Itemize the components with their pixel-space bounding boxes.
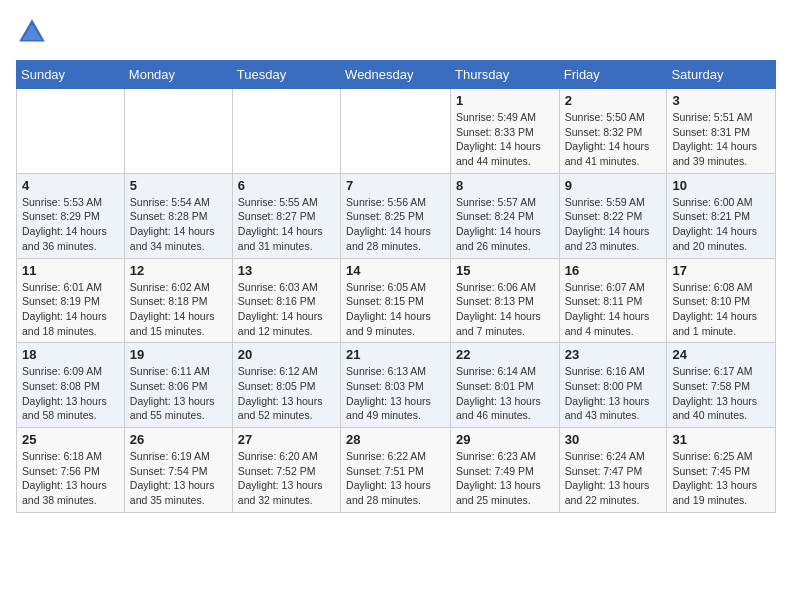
day-detail: Sunrise: 6:06 AMSunset: 8:13 PMDaylight:…	[456, 280, 554, 339]
day-number: 25	[22, 432, 119, 447]
header-day-monday: Monday	[124, 61, 232, 89]
day-cell: 8Sunrise: 5:57 AMSunset: 8:24 PMDaylight…	[451, 173, 560, 258]
header-day-sunday: Sunday	[17, 61, 125, 89]
week-row-2: 4Sunrise: 5:53 AMSunset: 8:29 PMDaylight…	[17, 173, 776, 258]
header-day-wednesday: Wednesday	[341, 61, 451, 89]
day-number: 10	[672, 178, 770, 193]
day-detail: Sunrise: 6:07 AMSunset: 8:11 PMDaylight:…	[565, 280, 662, 339]
day-detail: Sunrise: 6:02 AMSunset: 8:18 PMDaylight:…	[130, 280, 227, 339]
logo-icon	[16, 16, 48, 48]
week-row-4: 18Sunrise: 6:09 AMSunset: 8:08 PMDayligh…	[17, 343, 776, 428]
day-detail: Sunrise: 6:22 AMSunset: 7:51 PMDaylight:…	[346, 449, 445, 508]
day-number: 13	[238, 263, 335, 278]
day-detail: Sunrise: 6:12 AMSunset: 8:05 PMDaylight:…	[238, 364, 335, 423]
day-cell: 21Sunrise: 6:13 AMSunset: 8:03 PMDayligh…	[341, 343, 451, 428]
day-cell: 30Sunrise: 6:24 AMSunset: 7:47 PMDayligh…	[559, 428, 667, 513]
day-detail: Sunrise: 5:55 AMSunset: 8:27 PMDaylight:…	[238, 195, 335, 254]
day-number: 6	[238, 178, 335, 193]
day-number: 14	[346, 263, 445, 278]
calendar-table: SundayMondayTuesdayWednesdayThursdayFrid…	[16, 60, 776, 513]
day-number: 29	[456, 432, 554, 447]
day-cell: 15Sunrise: 6:06 AMSunset: 8:13 PMDayligh…	[451, 258, 560, 343]
day-detail: Sunrise: 6:13 AMSunset: 8:03 PMDaylight:…	[346, 364, 445, 423]
day-cell: 14Sunrise: 6:05 AMSunset: 8:15 PMDayligh…	[341, 258, 451, 343]
day-detail: Sunrise: 6:11 AMSunset: 8:06 PMDaylight:…	[130, 364, 227, 423]
day-number: 20	[238, 347, 335, 362]
day-number: 11	[22, 263, 119, 278]
day-number: 27	[238, 432, 335, 447]
day-cell	[232, 89, 340, 174]
day-cell: 29Sunrise: 6:23 AMSunset: 7:49 PMDayligh…	[451, 428, 560, 513]
day-cell: 4Sunrise: 5:53 AMSunset: 8:29 PMDaylight…	[17, 173, 125, 258]
day-detail: Sunrise: 6:18 AMSunset: 7:56 PMDaylight:…	[22, 449, 119, 508]
day-detail: Sunrise: 5:51 AMSunset: 8:31 PMDaylight:…	[672, 110, 770, 169]
day-number: 9	[565, 178, 662, 193]
day-detail: Sunrise: 5:50 AMSunset: 8:32 PMDaylight:…	[565, 110, 662, 169]
day-cell: 12Sunrise: 6:02 AMSunset: 8:18 PMDayligh…	[124, 258, 232, 343]
day-number: 22	[456, 347, 554, 362]
day-number: 28	[346, 432, 445, 447]
day-detail: Sunrise: 6:23 AMSunset: 7:49 PMDaylight:…	[456, 449, 554, 508]
day-number: 2	[565, 93, 662, 108]
day-number: 17	[672, 263, 770, 278]
day-detail: Sunrise: 6:01 AMSunset: 8:19 PMDaylight:…	[22, 280, 119, 339]
day-detail: Sunrise: 6:20 AMSunset: 7:52 PMDaylight:…	[238, 449, 335, 508]
day-detail: Sunrise: 6:25 AMSunset: 7:45 PMDaylight:…	[672, 449, 770, 508]
header-day-thursday: Thursday	[451, 61, 560, 89]
day-cell: 18Sunrise: 6:09 AMSunset: 8:08 PMDayligh…	[17, 343, 125, 428]
day-number: 21	[346, 347, 445, 362]
header-day-saturday: Saturday	[667, 61, 776, 89]
day-cell	[124, 89, 232, 174]
day-detail: Sunrise: 6:03 AMSunset: 8:16 PMDaylight:…	[238, 280, 335, 339]
header-day-tuesday: Tuesday	[232, 61, 340, 89]
day-detail: Sunrise: 6:08 AMSunset: 8:10 PMDaylight:…	[672, 280, 770, 339]
day-cell: 19Sunrise: 6:11 AMSunset: 8:06 PMDayligh…	[124, 343, 232, 428]
day-cell: 27Sunrise: 6:20 AMSunset: 7:52 PMDayligh…	[232, 428, 340, 513]
day-detail: Sunrise: 5:54 AMSunset: 8:28 PMDaylight:…	[130, 195, 227, 254]
day-detail: Sunrise: 6:17 AMSunset: 7:58 PMDaylight:…	[672, 364, 770, 423]
day-cell: 7Sunrise: 5:56 AMSunset: 8:25 PMDaylight…	[341, 173, 451, 258]
day-cell: 24Sunrise: 6:17 AMSunset: 7:58 PMDayligh…	[667, 343, 776, 428]
week-row-1: 1Sunrise: 5:49 AMSunset: 8:33 PMDaylight…	[17, 89, 776, 174]
day-detail: Sunrise: 6:00 AMSunset: 8:21 PMDaylight:…	[672, 195, 770, 254]
day-detail: Sunrise: 6:09 AMSunset: 8:08 PMDaylight:…	[22, 364, 119, 423]
day-cell: 10Sunrise: 6:00 AMSunset: 8:21 PMDayligh…	[667, 173, 776, 258]
day-cell: 17Sunrise: 6:08 AMSunset: 8:10 PMDayligh…	[667, 258, 776, 343]
day-detail: Sunrise: 6:14 AMSunset: 8:01 PMDaylight:…	[456, 364, 554, 423]
day-number: 23	[565, 347, 662, 362]
day-cell	[17, 89, 125, 174]
day-number: 19	[130, 347, 227, 362]
day-cell: 26Sunrise: 6:19 AMSunset: 7:54 PMDayligh…	[124, 428, 232, 513]
day-number: 31	[672, 432, 770, 447]
day-detail: Sunrise: 6:24 AMSunset: 7:47 PMDaylight:…	[565, 449, 662, 508]
day-detail: Sunrise: 5:59 AMSunset: 8:22 PMDaylight:…	[565, 195, 662, 254]
day-cell: 6Sunrise: 5:55 AMSunset: 8:27 PMDaylight…	[232, 173, 340, 258]
day-number: 16	[565, 263, 662, 278]
day-detail: Sunrise: 6:16 AMSunset: 8:00 PMDaylight:…	[565, 364, 662, 423]
day-detail: Sunrise: 5:49 AMSunset: 8:33 PMDaylight:…	[456, 110, 554, 169]
day-cell: 3Sunrise: 5:51 AMSunset: 8:31 PMDaylight…	[667, 89, 776, 174]
day-cell: 2Sunrise: 5:50 AMSunset: 8:32 PMDaylight…	[559, 89, 667, 174]
day-cell: 23Sunrise: 6:16 AMSunset: 8:00 PMDayligh…	[559, 343, 667, 428]
logo	[16, 16, 54, 48]
day-number: 7	[346, 178, 445, 193]
day-cell: 20Sunrise: 6:12 AMSunset: 8:05 PMDayligh…	[232, 343, 340, 428]
day-cell: 22Sunrise: 6:14 AMSunset: 8:01 PMDayligh…	[451, 343, 560, 428]
week-row-3: 11Sunrise: 6:01 AMSunset: 8:19 PMDayligh…	[17, 258, 776, 343]
day-cell: 1Sunrise: 5:49 AMSunset: 8:33 PMDaylight…	[451, 89, 560, 174]
page-header	[16, 16, 776, 48]
day-detail: Sunrise: 5:53 AMSunset: 8:29 PMDaylight:…	[22, 195, 119, 254]
day-detail: Sunrise: 6:05 AMSunset: 8:15 PMDaylight:…	[346, 280, 445, 339]
calendar-header: SundayMondayTuesdayWednesdayThursdayFrid…	[17, 61, 776, 89]
day-cell: 11Sunrise: 6:01 AMSunset: 8:19 PMDayligh…	[17, 258, 125, 343]
day-number: 1	[456, 93, 554, 108]
day-number: 12	[130, 263, 227, 278]
day-cell: 16Sunrise: 6:07 AMSunset: 8:11 PMDayligh…	[559, 258, 667, 343]
day-detail: Sunrise: 5:57 AMSunset: 8:24 PMDaylight:…	[456, 195, 554, 254]
day-cell: 28Sunrise: 6:22 AMSunset: 7:51 PMDayligh…	[341, 428, 451, 513]
day-number: 30	[565, 432, 662, 447]
header-day-friday: Friday	[559, 61, 667, 89]
header-row: SundayMondayTuesdayWednesdayThursdayFrid…	[17, 61, 776, 89]
day-detail: Sunrise: 6:19 AMSunset: 7:54 PMDaylight:…	[130, 449, 227, 508]
day-cell	[341, 89, 451, 174]
